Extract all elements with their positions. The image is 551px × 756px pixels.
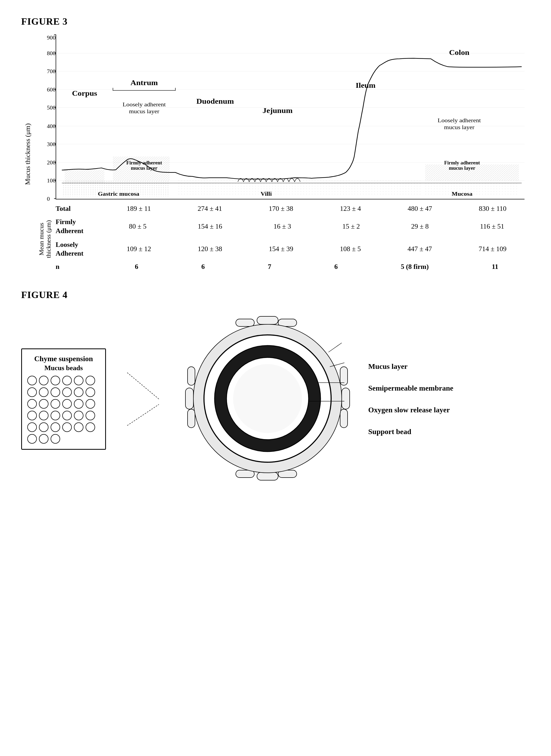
chyme-box: Chyme suspension Mucus beads (21, 348, 106, 450)
figure4-title: FIGURE 4 (21, 289, 530, 300)
bead (27, 388, 37, 397)
bead (86, 399, 95, 409)
bead (51, 388, 60, 397)
row-firmly-values: 80 ± 5 154 ± 16 16 ± 3 15 ± 2 29 ± 8 116… (103, 223, 530, 230)
firmly-corpus: 80 ± 5 (129, 223, 146, 230)
data-table: Total 189 ± 11 274 ± 41 170 ± 38 123 ± 4… (56, 205, 530, 273)
bead (62, 376, 72, 385)
loosely-ileum: 447 ± 47 (408, 245, 432, 253)
bead (51, 399, 60, 409)
svg-rect-34 (185, 388, 193, 409)
bead (86, 423, 95, 432)
bead (27, 399, 37, 409)
bead (62, 411, 72, 420)
svg-rect-29 (236, 319, 254, 326)
bead (39, 399, 48, 409)
bead (51, 411, 60, 420)
svg-text:mucus layer: mucus layer (449, 166, 475, 171)
svg-rect-3 (65, 170, 104, 183)
svg-text:Villi: Villi (261, 191, 272, 197)
bead (74, 388, 83, 397)
svg-line-45 (329, 343, 342, 352)
bead (86, 388, 95, 397)
n-corpus: 6 (135, 263, 138, 271)
chart-y-axis-label: Mucus thickness (μm) (21, 35, 34, 273)
y-tick-400: 400 (47, 123, 56, 130)
label-mucus-layer: Mucus layer (368, 362, 408, 371)
loosely-antrum: 120 ± 38 (197, 245, 222, 253)
loosely-duodenum: 154 ± 39 (269, 245, 293, 253)
svg-text:mucus layer: mucus layer (129, 108, 159, 114)
bead (74, 399, 83, 409)
n-jejunum: 6 (334, 263, 338, 271)
bead (39, 411, 48, 420)
total-ileum: 480 ± 47 (408, 205, 432, 213)
svg-text:mucus layer: mucus layer (131, 166, 157, 171)
row-label-total: Total (56, 205, 103, 213)
svg-text:Corpus: Corpus (72, 89, 97, 97)
svg-line-27 (127, 405, 159, 426)
row-label-firmly: FirmlyAdherent (56, 217, 103, 235)
bead (27, 411, 37, 420)
bead (51, 423, 60, 432)
row-loosely-values: 109 ± 12 120 ± 38 154 ± 39 108 ± 5 447 ±… (103, 245, 530, 253)
loosely-corpus: 109 ± 12 (127, 245, 151, 253)
row-total-values: 189 ± 11 274 ± 41 170 ± 38 123 ± 4 480 ±… (103, 205, 530, 213)
n-colon: 11 (492, 263, 498, 271)
y-tick-900: 900 (47, 34, 56, 41)
y-tick-0: 0 (47, 196, 50, 202)
svg-text:Mucosa: Mucosa (452, 191, 473, 197)
label-oxygen-layer: Oxygen slow release layer (368, 406, 450, 414)
svg-rect-36 (187, 409, 195, 428)
total-antrum: 274 ± 41 (197, 205, 222, 213)
figure4: FIGURE 4 Chyme suspension Mucus beads (21, 289, 530, 487)
svg-rect-35 (187, 367, 195, 385)
label-support-bead: Support bead (368, 428, 411, 436)
svg-text:Duodenum: Duodenum (196, 97, 234, 105)
y-tick-800: 800 (47, 50, 56, 57)
svg-text:Gastric mucosa: Gastric mucosa (98, 191, 140, 197)
chart-svg: Corpus Antrum Loosely adherent mucus lay… (56, 35, 525, 199)
connector-lines (127, 346, 159, 452)
svg-text:Firmly adherent: Firmly adherent (444, 160, 480, 166)
loosely-colon: 714 ± 109 (479, 245, 507, 253)
mucus-thickness-chart: 0 100 200 300 400 500 600 700 800 900 (56, 35, 525, 199)
svg-rect-31 (257, 472, 278, 480)
svg-text:Colon: Colon (449, 48, 469, 56)
svg-text:Jejunum: Jejunum (262, 106, 293, 114)
firmly-duodenum: 16 ± 3 (273, 223, 291, 230)
bead (86, 411, 95, 420)
bead (39, 376, 48, 385)
svg-rect-37 (342, 388, 350, 409)
bead (74, 423, 83, 432)
svg-rect-6 (178, 180, 423, 196)
total-corpus: 189 ± 11 (127, 205, 151, 213)
bead (27, 434, 37, 444)
n-ileum: 5 (8 firm) (401, 263, 429, 271)
diagram-legend: Mucus layer Semipermeable membrane Oxyge… (368, 362, 453, 436)
n-antrum: 6 (201, 263, 205, 271)
svg-line-26 (127, 372, 159, 399)
row-n-values: 6 6 7 6 5 (8 firm) 11 (103, 263, 530, 271)
y-tick-600: 600 (47, 86, 56, 93)
svg-text:Antrum: Antrum (131, 78, 158, 87)
firmly-antrum: 154 ± 16 (198, 223, 222, 230)
bead (39, 388, 48, 397)
bead (74, 376, 83, 385)
bead (39, 434, 48, 444)
total-duodenum: 170 ± 38 (269, 205, 293, 213)
n-duodenum: 7 (268, 263, 271, 271)
svg-rect-28 (257, 316, 278, 324)
total-colon: 830 ± 110 (479, 205, 507, 213)
firmly-ileum: 29 ± 8 (411, 223, 429, 230)
mucus-beads-grid (27, 376, 100, 444)
y-tick-100: 100 (47, 177, 56, 184)
bead (39, 423, 48, 432)
svg-text:Loosely adherent: Loosely adherent (123, 101, 166, 108)
loosely-jejunum: 108 ± 5 (340, 245, 361, 253)
firmly-jejunum: 15 ± 2 (342, 223, 360, 230)
svg-text:mucus layer: mucus layer (444, 124, 474, 131)
svg-text:Ileum: Ileum (356, 81, 375, 89)
bead (51, 376, 60, 385)
firmly-colon: 116 ± 51 (480, 223, 504, 230)
